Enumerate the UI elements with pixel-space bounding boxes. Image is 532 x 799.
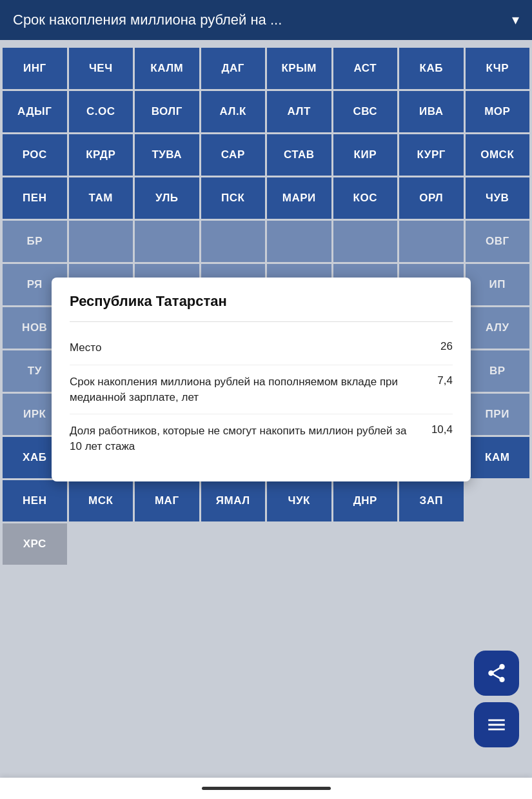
popup-value-dolya: 10,4 <box>431 423 453 436</box>
grid-cell-empty <box>267 523 331 565</box>
menu-icon <box>486 714 507 736</box>
popup-value-srok: 7,4 <box>437 374 453 387</box>
popup-divider <box>70 321 453 322</box>
grid-cell[interactable]: САР <box>201 134 266 176</box>
grid-cell[interactable]: ВОЛГ <box>135 91 199 132</box>
grid-cell[interactable]: КУРГ <box>399 134 464 176</box>
grid-cell[interactable]: ПСК <box>201 177 266 219</box>
grid-cell[interactable]: ИНГ <box>3 48 67 89</box>
grid-cell[interactable] <box>201 221 266 262</box>
popup-row-mesto: Место 26 <box>70 331 453 365</box>
grid-cell[interactable]: ДНР <box>333 480 398 521</box>
header: Срок накопления миллиона рублей на ... ▾ <box>0 0 532 40</box>
share-button[interactable] <box>474 651 519 696</box>
grid-cell[interactable]: АЛ.К <box>201 91 266 132</box>
grid-cell[interactable]: ТУВА <box>135 134 199 176</box>
grid-cell[interactable]: МСК <box>69 480 133 521</box>
grid-cell[interactable] <box>135 221 199 262</box>
grid-cell[interactable]: АЛУ <box>466 307 530 349</box>
header-title: Срок накопления миллиона рублей на ... <box>13 12 282 28</box>
grid-cell[interactable]: ИП <box>466 264 530 305</box>
grid-cell[interactable]: ВР <box>466 350 530 392</box>
grid-cell[interactable] <box>69 221 133 262</box>
share-icon <box>486 662 507 684</box>
grid-cell[interactable]: АСТ <box>333 48 398 89</box>
grid-cell[interactable]: ЯМАЛ <box>201 480 266 521</box>
grid-cell[interactable]: КАМ <box>466 437 530 478</box>
grid-cell[interactable]: ИВА <box>399 91 464 132</box>
grid-cell[interactable]: МОР <box>466 91 530 132</box>
grid-cell-empty <box>135 523 199 565</box>
grid-cell-empty <box>466 480 530 521</box>
grid-cell[interactable]: ХРС <box>3 523 67 565</box>
chevron-down-icon[interactable]: ▾ <box>512 12 519 28</box>
grid-cell[interactable]: СВС <box>333 91 398 132</box>
grid-cell[interactable]: КРДР <box>69 134 133 176</box>
popup-card[interactable]: Республика Татарстан Место 26 Срок накоп… <box>52 278 471 481</box>
bottom-bar <box>0 778 532 799</box>
menu-button[interactable] <box>474 702 519 747</box>
grid-cell[interactable]: АЛТ <box>267 91 331 132</box>
grid-cell-empty <box>333 523 398 565</box>
popup-row-dolya: Доля работников, которые не смогут накоп… <box>70 414 453 463</box>
grid-cell[interactable]: СТАВ <box>267 134 331 176</box>
grid-cell[interactable] <box>399 221 464 262</box>
grid-cell[interactable]: МАРИ <box>267 177 331 219</box>
grid-cell[interactable]: ОВГ <box>466 221 530 262</box>
grid-cell[interactable]: ОРЛ <box>399 177 464 219</box>
grid-cell[interactable] <box>333 221 398 262</box>
grid-cell[interactable]: РОС <box>3 134 67 176</box>
grid-cell[interactable]: КРЫМ <box>267 48 331 89</box>
grid-cell[interactable]: КАЛМ <box>135 48 199 89</box>
grid-cell[interactable]: КЧР <box>466 48 530 89</box>
grid-cell[interactable]: ПЕН <box>3 177 67 219</box>
grid-cell[interactable]: ЗАП <box>399 480 464 521</box>
grid-cell[interactable]: ТАМ <box>69 177 133 219</box>
grid-cell[interactable]: НЕН <box>3 480 67 521</box>
grid-cell[interactable]: ЧУК <box>267 480 331 521</box>
popup-label-srok: Срок накопления миллиона рублей на попол… <box>70 374 437 405</box>
popup-row-srok: Срок накопления миллиона рублей на попол… <box>70 365 453 415</box>
popup-label-mesto: Место <box>70 340 440 356</box>
grid-cell[interactable]: АДЫГ <box>3 91 67 132</box>
grid-cell[interactable]: МАГ <box>135 480 199 521</box>
grid-cell[interactable]: КАБ <box>399 48 464 89</box>
grid-cell[interactable]: КИР <box>333 134 398 176</box>
grid-cell-empty <box>69 523 133 565</box>
grid-cell[interactable]: БР <box>3 221 67 262</box>
popup-value-mesto: 26 <box>440 340 453 353</box>
grid-cell[interactable]: ЧУВ <box>466 177 530 219</box>
grid-cell[interactable] <box>267 221 331 262</box>
grid-cell[interactable]: ОМСК <box>466 134 530 176</box>
grid-cell[interactable]: С.ОС <box>69 91 133 132</box>
popup-label-dolya: Доля работников, которые не смогут накоп… <box>70 423 431 454</box>
grid-cell-empty <box>201 523 266 565</box>
grid-cell[interactable]: ДАГ <box>201 48 266 89</box>
home-indicator <box>202 787 331 790</box>
grid-cell-empty <box>399 523 464 565</box>
popup-title: Республика Татарстан <box>70 293 453 310</box>
grid-cell[interactable]: ЧЕЧ <box>69 48 133 89</box>
grid-cell[interactable]: ПРИ <box>466 394 530 435</box>
grid-cell[interactable]: КОС <box>333 177 398 219</box>
grid-cell[interactable]: УЛЬ <box>135 177 199 219</box>
grid-cell-empty <box>466 523 530 565</box>
